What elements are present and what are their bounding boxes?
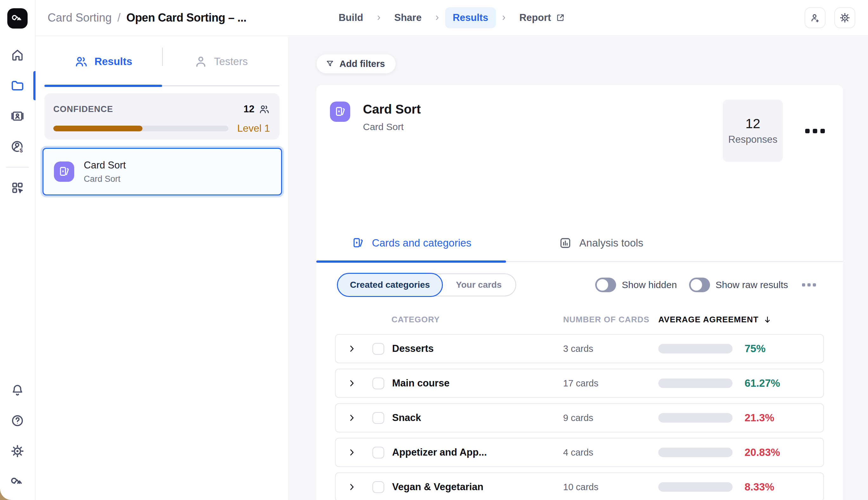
sidebar-item-integrations[interactable] <box>0 173 35 203</box>
row-checkbox[interactable] <box>373 447 384 458</box>
results-tabs: Cards and categories Analysis tools <box>316 225 843 262</box>
table-header-row: CATEGORY NUMBER OF CARDS AVERAGE AGREEME… <box>335 315 824 325</box>
study-list-item-text: Card Sort Card Sort <box>84 160 126 184</box>
tab-testers[interactable]: Testers <box>162 37 280 86</box>
confidence-level-label: Level 1 <box>237 123 270 134</box>
agreement-percent: 8.33% <box>745 481 774 493</box>
breadcrumb-separator: / <box>117 11 121 24</box>
add-filters-button[interactable]: Add filters <box>316 54 396 73</box>
sidebar-item-notifications[interactable] <box>0 375 35 406</box>
expand-row-chevron-icon[interactable] <box>347 482 356 491</box>
column-header-category[interactable]: CATEGORY <box>391 315 563 325</box>
id-card-icon <box>10 109 25 123</box>
expand-row-chevron-icon[interactable] <box>347 448 356 457</box>
tab-analysis-label: Analysis tools <box>579 237 643 249</box>
table-controls: Created categories Your cards Show hidde… <box>316 262 843 296</box>
external-link-icon <box>556 13 565 23</box>
app-logo-button[interactable] <box>7 8 27 29</box>
breadcrumb-parent[interactable]: Card Sorting <box>48 11 112 24</box>
agreement-percent: 75% <box>745 343 766 355</box>
study-list-item-selected[interactable]: Card Sort Card Sort <box>43 148 282 195</box>
brand-mark-icon <box>10 474 25 489</box>
sidebar-item-brand[interactable] <box>0 466 35 497</box>
show-hidden-toggle-group: Show hidden <box>595 277 677 292</box>
show-raw-results-toggle[interactable] <box>689 277 710 292</box>
show-hidden-toggle[interactable] <box>595 277 616 292</box>
table-row[interactable]: Snack 9 cards 21.3% <box>335 403 824 432</box>
invite-user-button[interactable] <box>804 7 825 28</box>
sidebar-divider <box>6 167 29 168</box>
people-icon <box>74 55 88 69</box>
help-icon <box>10 413 25 428</box>
row-checkbox[interactable] <box>373 481 384 493</box>
responses-count: 12 <box>745 116 761 131</box>
toggle-knob <box>690 279 702 291</box>
folder-icon <box>10 78 25 93</box>
sidebar-item-recruiting[interactable]: $ <box>0 131 35 162</box>
responses-label: Responses <box>728 134 777 145</box>
column-header-average-agreement[interactable]: AVERAGE AGREEMENT <box>658 315 772 325</box>
category-name: Appetizer and App... <box>392 447 563 458</box>
expand-row-chevron-icon[interactable] <box>347 379 356 388</box>
expand-row-chevron-icon[interactable] <box>347 344 356 353</box>
category-name: Desserts <box>392 343 563 354</box>
segment-your-cards[interactable]: Your cards <box>442 280 515 290</box>
toggle-controls: Show hidden Show raw results <box>595 277 816 292</box>
agreement-percent: 20.83% <box>745 446 780 458</box>
nav-build[interactable]: Build <box>331 7 371 28</box>
cards-count: 9 cards <box>563 413 658 423</box>
study-more-menu-button[interactable] <box>805 129 825 133</box>
sidebar-item-testers[interactable] <box>0 101 35 131</box>
results-side-panel: Results Testers CONFIDENCE 12 <box>36 37 288 500</box>
apps-grid-icon <box>10 181 25 195</box>
tab-analysis-tools[interactable]: Analysis tools <box>506 225 696 261</box>
expand-row-chevron-icon[interactable] <box>347 413 356 422</box>
tab-cards-and-categories[interactable]: Cards and categories <box>316 225 506 261</box>
nav-results[interactable]: Results <box>445 7 496 28</box>
category-name: Snack <box>392 412 563 423</box>
card-sort-study-icon <box>330 102 350 122</box>
table-row[interactable]: Main course 17 cards 61.27% <box>335 369 824 398</box>
tab-divider <box>162 48 163 66</box>
sidebar-item-home[interactable] <box>0 40 35 70</box>
study-title: Card Sort <box>363 102 421 116</box>
cards-count: 4 cards <box>563 447 658 458</box>
table-row[interactable]: Vegan & Vegetarian 10 cards 8.33% <box>335 473 824 500</box>
table-row[interactable]: Desserts 3 cards 75% <box>335 334 824 363</box>
responses-stat-card: 12 Responses <box>723 100 783 162</box>
study-header: Card Sort Card Sort 12 Responses <box>316 85 843 162</box>
row-checkbox[interactable] <box>373 377 384 389</box>
sidebar-item-projects[interactable] <box>0 70 35 101</box>
nav-share[interactable]: Share <box>387 7 429 28</box>
card-sort-study-icon <box>54 161 74 182</box>
segment-created-categories[interactable]: Created categories <box>337 273 443 297</box>
sidebar-active-indicator <box>33 71 35 100</box>
sort-descending-arrow-icon <box>763 315 772 324</box>
show-raw-label: Show raw results <box>716 280 788 290</box>
table-row[interactable]: Appetizer and App... 4 cards 20.83% <box>335 438 824 467</box>
toggle-knob <box>597 279 608 291</box>
study-results-panel: Card Sort Card Sort 12 Responses <box>316 85 843 500</box>
sidebar-item-settings[interactable] <box>0 436 35 466</box>
show-hidden-label: Show hidden <box>622 280 677 290</box>
agreement-bar <box>658 378 732 388</box>
filter-funnel-icon <box>326 59 334 68</box>
sidebar-item-help[interactable] <box>0 406 35 436</box>
category-name: Vegan & Vegetarian <box>392 481 563 493</box>
table-more-menu-button[interactable] <box>802 283 816 286</box>
tab-results-label: Results <box>94 56 132 68</box>
column-header-number-of-cards[interactable]: NUMBER OF CARDS <box>563 315 658 325</box>
row-checkbox[interactable] <box>373 343 384 355</box>
tab-results[interactable]: Results <box>44 37 162 86</box>
add-filters-label: Add filters <box>340 59 385 69</box>
confidence-card: CONFIDENCE 12 <box>44 93 279 139</box>
dot <box>808 283 811 286</box>
gear-icon <box>839 12 850 23</box>
settings-button[interactable] <box>834 7 855 28</box>
row-checkbox[interactable] <box>373 412 384 424</box>
chevron-right-icon <box>375 14 382 21</box>
gear-icon <box>10 444 25 458</box>
confidence-progress-fill <box>53 126 142 131</box>
dot <box>805 129 810 133</box>
nav-report[interactable]: Report <box>512 7 573 28</box>
